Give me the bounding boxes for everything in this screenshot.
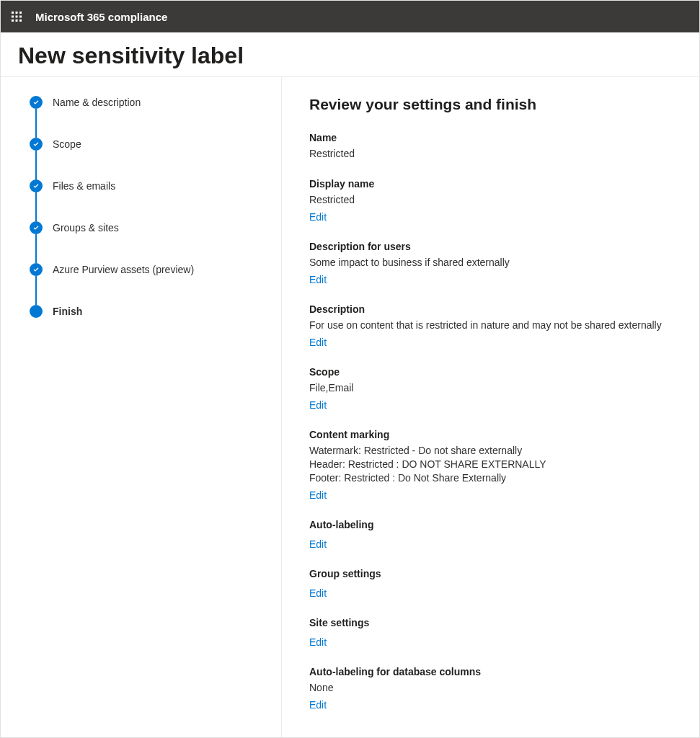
section-label: Description for users <box>309 241 678 252</box>
current-step-icon <box>30 305 43 318</box>
section-label: Description <box>309 303 678 315</box>
wizard-step-groups-sites[interactable]: Groups & sites <box>30 221 281 263</box>
body-area: Name & description Scope Files & emails <box>1 77 699 737</box>
section-description-users: Description for users Some impact to bus… <box>309 241 678 286</box>
section-scope: Scope File,Email Edit <box>309 366 678 412</box>
edit-auto-labeling-db-link[interactable]: Edit <box>309 699 327 711</box>
section-label: Auto-labeling for database columns <box>309 666 678 677</box>
svg-rect-7 <box>16 19 18 22</box>
wizard-step-label: Files & emails <box>53 179 115 192</box>
step-connector <box>35 151 37 179</box>
section-value: Header: Restricted : DO NOT SHARE EXTERN… <box>309 458 678 471</box>
svg-rect-6 <box>12 19 14 22</box>
checkmark-icon <box>30 96 43 109</box>
section-value: Restricted <box>309 193 678 207</box>
section-label: Group settings <box>309 568 678 579</box>
section-value: For use on content that is restricted in… <box>309 319 678 332</box>
page-title: New sensitivity label <box>18 43 682 69</box>
wizard-step-files-emails[interactable]: Files & emails <box>30 179 281 221</box>
svg-rect-4 <box>16 16 18 18</box>
section-group-settings: Group settings Edit <box>309 568 678 600</box>
wizard-step-list: Name & description Scope Files & emails <box>30 96 281 322</box>
section-value: Watermark: Restricted - Do not share ext… <box>309 444 678 458</box>
svg-rect-0 <box>12 12 14 14</box>
section-label: Display name <box>309 178 678 190</box>
section-auto-labeling-db: Auto-labeling for database columns None … <box>309 666 678 711</box>
wizard-nav: Name & description Scope Files & emails <box>1 77 282 737</box>
svg-rect-2 <box>19 12 22 14</box>
checkmark-icon <box>30 221 43 234</box>
global-header: Microsoft 365 compliance <box>1 1 699 32</box>
section-label: Auto-labeling <box>309 519 678 530</box>
step-connector <box>35 192 37 221</box>
step-connector <box>35 109 37 138</box>
wizard-step-label: Scope <box>53 138 81 151</box>
section-description: Description For use on content that is r… <box>309 303 678 349</box>
edit-auto-labeling-link[interactable]: Edit <box>309 538 327 550</box>
app-title: Microsoft 365 compliance <box>35 11 167 23</box>
wizard-step-name-description[interactable]: Name & description <box>30 96 281 138</box>
wizard-step-scope[interactable]: Scope <box>30 138 281 179</box>
section-value: Restricted <box>309 147 678 161</box>
wizard-step-label: Azure Purview assets (preview) <box>53 263 194 276</box>
section-display-name: Display name Restricted Edit <box>309 178 678 223</box>
edit-group-settings-link[interactable]: Edit <box>309 587 327 599</box>
svg-rect-8 <box>19 19 22 22</box>
edit-content-marking-link[interactable]: Edit <box>309 489 327 501</box>
svg-rect-3 <box>12 16 14 18</box>
edit-description-users-link[interactable]: Edit <box>309 274 327 285</box>
section-value: File,Email <box>309 381 678 395</box>
wizard-step-purview-assets[interactable]: Azure Purview assets (preview) <box>30 263 281 305</box>
section-site-settings: Site settings Edit <box>309 617 678 649</box>
section-name: Name Restricted <box>309 132 678 161</box>
step-connector <box>35 234 37 263</box>
wizard-step-label: Groups & sites <box>53 221 119 234</box>
section-label: Scope <box>309 366 678 378</box>
wizard-step-finish[interactable]: Finish <box>30 305 281 322</box>
section-label: Site settings <box>309 617 678 628</box>
checkmark-icon <box>30 263 43 276</box>
content-area: Review your settings and finish Name Res… <box>282 77 699 737</box>
section-label: Name <box>309 132 678 143</box>
app-launcher-button[interactable] <box>5 5 28 28</box>
edit-scope-link[interactable]: Edit <box>309 399 327 411</box>
wizard-step-label: Finish <box>53 305 82 318</box>
svg-rect-1 <box>16 12 18 14</box>
wizard-step-label: Name & description <box>53 96 141 109</box>
app-frame: Microsoft 365 compliance New sensitivity… <box>0 0 700 738</box>
section-value: Some impact to business if shared extern… <box>309 256 678 270</box>
step-connector <box>35 276 37 305</box>
page-title-region: New sensitivity label <box>1 32 699 77</box>
edit-site-settings-link[interactable]: Edit <box>309 636 327 648</box>
svg-rect-5 <box>19 16 22 18</box>
content-title: Review your settings and finish <box>309 96 678 113</box>
section-content-marking: Content marking Watermark: Restricted - … <box>309 429 678 502</box>
section-label: Content marking <box>309 429 678 440</box>
edit-description-link[interactable]: Edit <box>309 337 327 348</box>
section-value: Footer: Restricted : Do Not Share Extern… <box>309 471 678 485</box>
section-value: None <box>309 681 678 695</box>
section-auto-labeling: Auto-labeling Edit <box>309 519 678 551</box>
checkmark-icon <box>30 138 43 151</box>
waffle-icon <box>11 11 22 22</box>
checkmark-icon <box>30 179 43 192</box>
edit-display-name-link[interactable]: Edit <box>309 211 327 223</box>
